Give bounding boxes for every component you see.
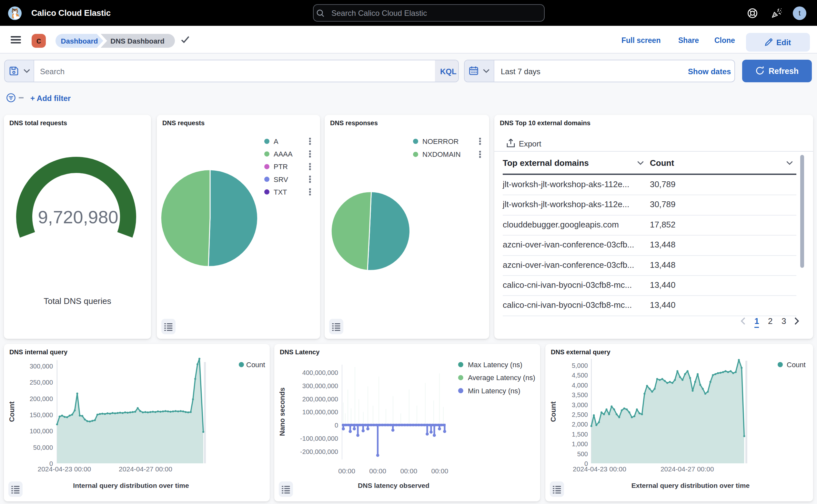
svg-text:TXT: TXT	[274, 188, 287, 196]
svg-text:2024-04-27 00:00: 2024-04-27 00:00	[661, 465, 714, 473]
svg-text:2024-04-23 00:00: 2024-04-23 00:00	[37, 465, 91, 473]
svg-text:Count: Count	[549, 401, 557, 422]
svg-text:A: A	[274, 137, 278, 146]
svg-text:00:00: 00:00	[338, 467, 355, 475]
svg-text:2,000: 2,000	[572, 421, 588, 428]
svg-text:250,000: 250,000	[30, 379, 53, 386]
svg-text:1,500: 1,500	[572, 431, 588, 438]
svg-text:2024-04-23 00:00: 2024-04-23 00:00	[573, 465, 626, 473]
svg-text:00:00: 00:00	[369, 467, 386, 475]
svg-text:100,000,000: 100,000,000	[302, 408, 338, 416]
svg-text:0: 0	[335, 422, 338, 429]
svg-text:Count: Count	[787, 361, 806, 369]
svg-text:PTR: PTR	[274, 163, 288, 171]
svg-text:-100,000,000: -100,000,000	[300, 435, 338, 442]
svg-text:Internal query distribution ov: Internal query distribution over time	[73, 482, 189, 489]
svg-text:1,000: 1,000	[572, 440, 588, 448]
svg-text:4,500: 4,500	[572, 372, 588, 379]
svg-text:Min Latency (ns): Min Latency (ns)	[468, 387, 520, 395]
svg-text:00:00: 00:00	[400, 467, 418, 475]
svg-text:200,000: 200,000	[30, 395, 53, 402]
svg-text:50,000: 50,000	[33, 444, 53, 451]
svg-text:9,720,980: 9,720,980	[38, 207, 118, 227]
svg-text:Count: Count	[246, 361, 265, 369]
svg-text:NXDOMAIN: NXDOMAIN	[422, 150, 461, 158]
svg-text:Count: Count	[8, 401, 16, 422]
svg-text:Dashboard: Dashboard	[61, 37, 98, 45]
svg-text:DNS latency observed: DNS latency observed	[358, 482, 429, 489]
svg-text:2024-04-27 00:00: 2024-04-27 00:00	[119, 465, 172, 473]
svg-text:Nano seconds: Nano seconds	[278, 388, 286, 436]
svg-text:00:00: 00:00	[431, 467, 449, 475]
svg-text:300,000: 300,000	[30, 363, 53, 370]
svg-text:NOERROR: NOERROR	[422, 137, 459, 146]
svg-text:Total DNS queries: Total DNS queries	[44, 296, 111, 306]
svg-text:400,000,000: 400,000,000	[302, 369, 338, 376]
svg-text:2,500: 2,500	[572, 411, 588, 418]
svg-text:Max Latency (ns): Max Latency (ns)	[468, 361, 522, 369]
svg-text:150,000: 150,000	[30, 411, 53, 418]
svg-text:5,000: 5,000	[572, 362, 588, 369]
svg-text:Average Latency (ns): Average Latency (ns)	[468, 374, 535, 382]
svg-text:External query distribution ov: External query distribution over time	[631, 482, 750, 489]
svg-text:4,000: 4,000	[572, 382, 588, 389]
svg-text:DNS Dashboard: DNS Dashboard	[110, 37, 164, 45]
svg-text:AAAA: AAAA	[274, 150, 293, 158]
svg-text:-200,000,000: -200,000,000	[300, 448, 338, 455]
svg-text:3,000: 3,000	[572, 401, 588, 408]
svg-text:300,000,000: 300,000,000	[302, 382, 338, 389]
svg-text:3,500: 3,500	[572, 391, 588, 398]
svg-text:100,000: 100,000	[30, 428, 53, 435]
svg-text:500: 500	[577, 450, 588, 458]
svg-text:SRV: SRV	[274, 176, 288, 184]
svg-text:200,000,000: 200,000,000	[302, 396, 338, 403]
